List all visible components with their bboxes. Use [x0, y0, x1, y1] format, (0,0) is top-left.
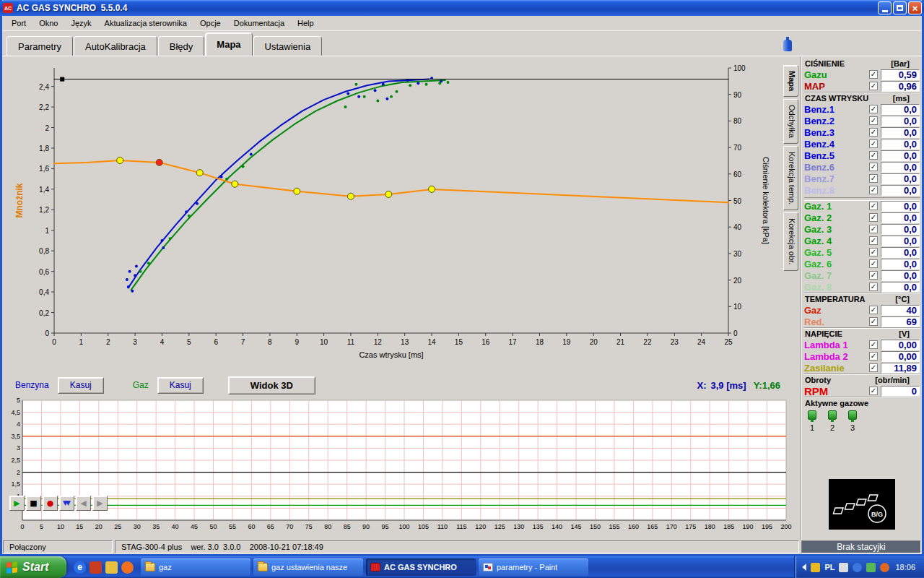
benzyna-scatter [160, 239, 163, 242]
network-icon[interactable] [866, 563, 876, 572]
keyboard-icon[interactable] [839, 563, 848, 572]
taskbar-window-gaz-ustawienia-nasze[interactable]: gaz ustawienia nasze [253, 558, 363, 576]
gas-app-tray-icon[interactable] [811, 563, 820, 572]
menu-port[interactable]: Port [5, 17, 32, 29]
check-icon: ✓ [871, 318, 876, 325]
channel-checkbox[interactable]: ✓ [869, 317, 878, 326]
menu-dokumentacja[interactable]: Dokumentacja [227, 17, 291, 29]
volume-icon[interactable] [853, 563, 862, 572]
svg-text:20: 20 [590, 338, 598, 346]
tab-mapa[interactable]: Mapa [205, 33, 252, 56]
taskbar: Start e gazgaz ustawienia naszeAC GAS SY… [0, 556, 924, 578]
side-tab-mapa[interactable]: Mapa [783, 65, 798, 97]
taskbar-window-gaz[interactable]: gaz [141, 558, 250, 576]
map-point-selected[interactable] [156, 159, 162, 165]
menu-opcje[interactable]: Opcje [193, 17, 227, 29]
sensor-value: 0,00 [881, 340, 920, 350]
svg-text:2,4: 2,4 [39, 83, 49, 91]
menu-język[interactable]: Język [64, 17, 97, 29]
kasuj-gaz-button[interactable]: Kasuj [157, 377, 204, 394]
side-tab-korekcja-temp-[interactable]: Korekcja temp. [783, 146, 798, 210]
injection-map-chart[interactable]: 0123456789101112131415161718192021222324… [5, 56, 782, 373]
widok-3d-button[interactable]: Widok 3D [228, 376, 315, 394]
channel-checkbox[interactable]: ✓ [869, 105, 878, 113]
next-button[interactable]: ▶ [92, 496, 108, 511]
channel-checkbox[interactable]: ✓ [869, 174, 878, 183]
channel-checkbox[interactable]: ✓ [869, 387, 878, 395]
channel-checkbox[interactable]: ✓ [869, 82, 878, 90]
channel-checkbox[interactable]: ✓ [869, 116, 878, 125]
mail-icon[interactable] [90, 561, 102, 574]
tab-autokalibracja[interactable]: AutoKalibracja [74, 36, 157, 56]
side-tab-odchy-ka[interactable]: Odchyłka [783, 99, 798, 144]
menu-aktualizacja-sterownika[interactable]: Aktualizacja sterownika [98, 17, 193, 29]
menu-okno[interactable]: Okno [32, 17, 64, 29]
map-point[interactable] [385, 191, 392, 197]
limit-handle[interactable] [60, 77, 64, 82]
injection-time-unit: [ms] [893, 94, 910, 103]
play-button[interactable]: ▶ [9, 496, 25, 511]
gas-bottle-icon [783, 37, 792, 51]
map-point[interactable] [232, 181, 238, 187]
maximize-button[interactable] [893, 1, 907, 14]
channel-checkbox[interactable]: ✓ [869, 352, 878, 361]
channel-checkbox[interactable]: ✓ [869, 363, 878, 372]
map-point[interactable] [196, 170, 203, 176]
channel-checkbox[interactable]: ✓ [869, 340, 878, 349]
benzyna-scatter [185, 210, 188, 213]
channel-checkbox[interactable]: ✓ [869, 128, 878, 137]
tab-błędy[interactable]: Błędy [158, 36, 205, 56]
sensor-row: Gaz. 8 ✓ 0,0 [804, 281, 920, 293]
taskbar-window-ac-gas-synchro[interactable]: AC GAS SYNCHRO [366, 558, 476, 576]
channel-checkbox[interactable]: ✓ [869, 163, 878, 171]
start-button[interactable]: Start [0, 556, 66, 578]
svg-text:15: 15 [455, 338, 463, 346]
updates-icon[interactable] [880, 563, 889, 572]
map-point[interactable] [347, 193, 354, 199]
check-icon: ✓ [871, 71, 876, 78]
ie-icon[interactable]: e [74, 561, 86, 574]
channel-checkbox[interactable]: ✓ [869, 186, 878, 194]
oscilloscope-chart: 0,511,522,533,544,5505101520253035404550… [5, 397, 793, 536]
channel-checkbox[interactable]: ✓ [869, 259, 878, 268]
sensor-row: Benz.7 ✓ 0,0 [804, 173, 920, 184]
clock[interactable]: 18:06 [895, 563, 915, 571]
kasuj-benzyna-button[interactable]: Kasuj [58, 377, 104, 394]
close-icon: × [912, 4, 918, 13]
channel-checkbox[interactable]: ✓ [869, 236, 878, 245]
map-point[interactable] [294, 188, 300, 194]
channel-checkbox[interactable]: ✓ [869, 306, 878, 314]
tab-parametry[interactable]: Parametry [6, 36, 73, 56]
svg-text:120: 120 [475, 523, 486, 530]
channel-checkbox[interactable]: ✓ [869, 202, 878, 210]
stop-button[interactable]: ■ [26, 496, 41, 511]
channel-checkbox[interactable]: ✓ [869, 271, 878, 280]
channel-checkbox[interactable]: ✓ [869, 70, 878, 79]
sensor-row: Benz.4 ✓ 0,0 [804, 138, 920, 150]
tray-chevron-icon[interactable] [802, 564, 806, 571]
prev-button[interactable]: ◀ [76, 496, 91, 511]
title-bar[interactable]: AC AC GAS SYNCHRO 5.5.0.4 × [0, 0, 924, 16]
side-tab-korekcja-obr-[interactable]: Korekcja obr. [783, 212, 798, 270]
injector-icon [848, 410, 857, 420]
svg-text:Ciśnienie kolektora [kPa]: Ciśnienie kolektora [kPa] [762, 157, 770, 244]
channel-checkbox[interactable]: ✓ [869, 139, 878, 148]
keys-icon[interactable] [105, 561, 118, 574]
tab-ustawienia[interactable]: Ustawienia [253, 36, 323, 56]
menu-help[interactable]: Help [291, 17, 321, 29]
map-point[interactable] [429, 186, 435, 192]
channel-checkbox[interactable]: ✓ [869, 213, 878, 222]
channel-checkbox[interactable]: ✓ [869, 248, 878, 256]
marker-button[interactable]: ▼▼ [59, 496, 74, 511]
channel-checkbox[interactable]: ✓ [869, 282, 878, 291]
channel-checkbox[interactable]: ✓ [869, 151, 878, 160]
minimize-button[interactable] [878, 1, 892, 14]
active-injectors-section: Aktywne gazowe 123 [804, 397, 920, 435]
close-button[interactable]: × [908, 1, 922, 14]
browser-icon[interactable] [121, 561, 134, 574]
language-indicator[interactable]: PL [824, 563, 834, 571]
taskbar-window-parametry-paint[interactable]: parametry - Paint [479, 558, 588, 576]
record-button[interactable]: ● [43, 496, 58, 511]
map-point[interactable] [117, 158, 123, 164]
channel-checkbox[interactable]: ✓ [869, 225, 878, 233]
